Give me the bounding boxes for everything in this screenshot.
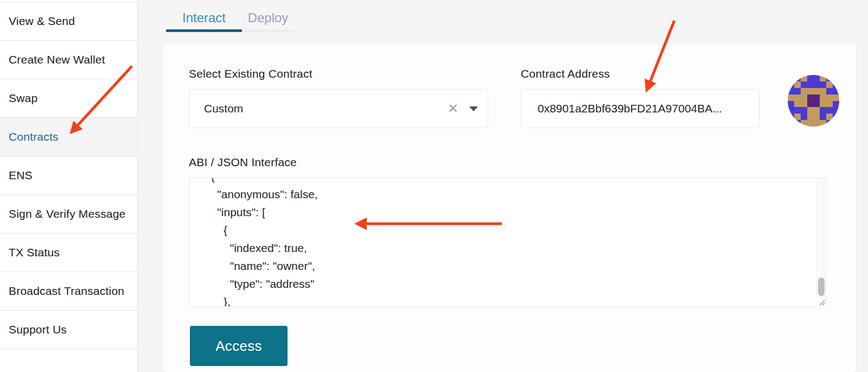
tab-active-underline <box>166 29 242 32</box>
sidebar-item-sign-verify-message[interactable]: Sign & Verify Message <box>0 195 137 234</box>
sidebar-item-label: Create New Wallet <box>9 53 105 66</box>
sidebar-item-create-new-wallet[interactable]: Create New Wallet <box>0 41 137 79</box>
tab-label: Interact <box>182 10 226 26</box>
tab-deploy[interactable]: Deploy <box>242 7 294 29</box>
contracts-page: View & Send Create New Wallet Swap Contr… <box>0 0 868 372</box>
contract-address-label: Contract Address <box>521 67 610 80</box>
contract-address-input[interactable] <box>521 89 760 128</box>
sidebar-item-label: View & Send <box>9 15 75 28</box>
tab-interact[interactable]: Interact <box>166 7 242 29</box>
resize-handle-icon[interactable] <box>817 298 826 306</box>
sidebar-item-label: TX Status <box>9 246 60 259</box>
sidebar: View & Send Create New Wallet Swap Contr… <box>0 0 138 372</box>
tab-label: Deploy <box>248 10 289 26</box>
sidebar-item-tx-status[interactable]: TX Status <box>0 234 137 272</box>
existing-contract-select[interactable]: Custom ✕ <box>189 89 488 128</box>
sidebar-item-label: Broadcast Transaction <box>9 285 124 298</box>
sidebar-item-label: ENS <box>9 169 33 182</box>
abi-textarea[interactable]: { "anonymous": false, "inputs": [ { "ind… <box>189 178 826 307</box>
address-identicon <box>788 75 839 127</box>
chevron-down-icon[interactable] <box>469 106 478 111</box>
sidebar-item-label: Sign & Verify Message <box>9 207 125 220</box>
access-button[interactable]: Access <box>190 326 288 366</box>
sidebar-item-label: Support Us <box>9 323 67 336</box>
clear-selection-icon[interactable]: ✕ <box>443 101 463 116</box>
select-contract-label: Select Existing Contract <box>189 67 312 80</box>
abi-scrollbar[interactable] <box>816 178 826 298</box>
selected-contract-value: Custom <box>204 102 443 115</box>
abi-scrollbar-thumb[interactable] <box>818 278 825 296</box>
tab-inactive-underline <box>242 29 294 32</box>
sidebar-item-support-us[interactable]: Support Us <box>0 311 137 349</box>
sidebar-item-ens[interactable]: ENS <box>0 156 137 195</box>
sidebar-item-contracts[interactable]: Contracts <box>0 118 137 156</box>
sidebar-item-label: Swap <box>9 92 37 105</box>
sidebar-item-view-send[interactable]: View & Send <box>0 2 137 41</box>
sidebar-item-broadcast-transaction[interactable]: Broadcast Transaction <box>0 272 137 311</box>
abi-content[interactable]: { "anonymous": false, "inputs": [ { "ind… <box>189 178 815 307</box>
sidebar-item-swap[interactable]: Swap <box>0 79 137 118</box>
sidebar-item-label: Contracts <box>9 130 59 143</box>
abi-json-label: ABI / JSON Interface <box>189 156 297 169</box>
